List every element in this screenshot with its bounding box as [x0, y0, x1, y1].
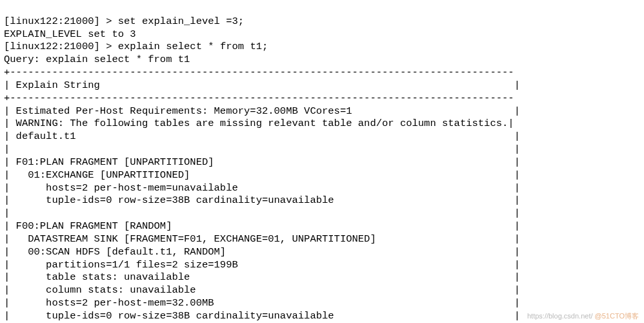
plan-line-13: | column stats: unavailable |	[4, 284, 520, 296]
plan-line-15: | tuple-ids=0 row-size=38B cardinality=u…	[4, 310, 520, 322]
plan-line-7: | tuple-ids=0 row-size=38B cardinality=u…	[4, 194, 520, 206]
plan-line-12: | table stats: unavailable |	[4, 271, 520, 283]
plan-line-9: | DATASTREAM SINK [FRAGMENT=F01, EXCHANG…	[4, 233, 520, 245]
output-line-1: EXPLAIN_LEVEL set to 3	[4, 28, 136, 40]
plan-line-10: | 00:SCAN HDFS [default.t1, RANDOM] |	[4, 246, 520, 258]
prompt-line-1: [linux122:21000] > set explain_level =3;	[4, 16, 244, 27]
prompt-line-2: [linux122:21000] > explain select * from…	[4, 41, 268, 52]
plan-line-8: | F00:PLAN FRAGMENT [RANDOM] |	[4, 220, 520, 232]
plan-line-3: | default.t1 |	[4, 130, 520, 142]
plan-line-5: | 01:EXCHANGE [UNPARTITIONED] |	[4, 169, 520, 181]
plan-line-14: | hosts=2 per-host-mem=32.00MB |	[4, 297, 520, 309]
plan-line-blank1: | |	[4, 143, 520, 155]
output-line-2: Query: explain select * from t1	[4, 54, 190, 65]
watermark: https://blog.csdn.net/ @51CTO博客	[527, 311, 639, 320]
table-header: | Explain String |	[4, 79, 520, 91]
table-divider-top: +---------------------------------------…	[4, 67, 514, 78]
plan-line-11: | partitions=1/1 files=2 size=199B |	[4, 259, 520, 271]
plan-line-6: | hosts=2 per-host-mem=unavailable |	[4, 182, 520, 194]
plan-line-2: | WARNING: The following tables are miss…	[4, 118, 514, 129]
plan-line-blank2: | |	[4, 207, 520, 219]
table-divider-mid: +---------------------------------------…	[4, 92, 514, 104]
plan-line-1: | Estimated Per-Host Requirements: Memor…	[4, 105, 520, 117]
plan-line-4: | F01:PLAN FRAGMENT [UNPARTITIONED] |	[4, 156, 520, 168]
